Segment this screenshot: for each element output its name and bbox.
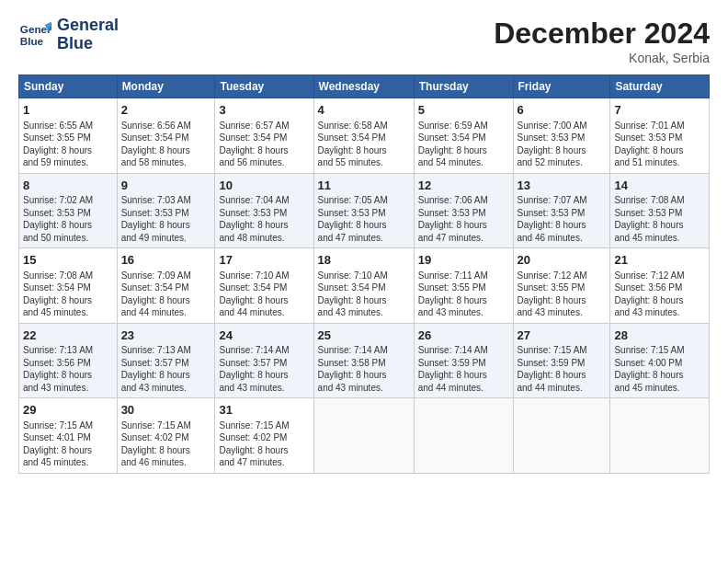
day-info: Sunrise: 6:59 AMSunset: 3:54 PMDaylight:…	[418, 121, 488, 168]
title-block: December 2024 Konak, Serbia	[494, 17, 710, 65]
day-cell: 22Sunrise: 7:13 AMSunset: 3:56 PMDayligh…	[19, 323, 118, 398]
day-info: Sunrise: 7:13 AMSunset: 3:56 PMDaylight:…	[23, 345, 93, 393]
day-number: 10	[219, 178, 309, 194]
day-cell: 28Sunrise: 7:15 AMSunset: 4:00 PMDayligh…	[610, 323, 710, 398]
day-number: 30	[121, 402, 211, 419]
day-cell: 31Sunrise: 7:15 AMSunset: 4:02 PMDayligh…	[215, 398, 313, 474]
day-number: 15	[23, 252, 113, 269]
day-cell	[313, 398, 414, 474]
month-title: December 2024	[494, 17, 710, 51]
calendar-table: SundayMondayTuesdayWednesdayThursdayFrid…	[18, 75, 710, 474]
day-number: 9	[121, 178, 211, 194]
week-row-4: 22Sunrise: 7:13 AMSunset: 3:56 PMDayligh…	[19, 323, 710, 398]
day-info: Sunrise: 7:06 AMSunset: 3:53 PMDaylight:…	[418, 195, 488, 243]
week-row-5: 29Sunrise: 7:15 AMSunset: 4:01 PMDayligh…	[19, 398, 710, 474]
day-number: 5	[418, 102, 509, 119]
day-number: 29	[23, 402, 113, 419]
day-info: Sunrise: 6:55 AMSunset: 3:55 PMDaylight:…	[23, 121, 93, 168]
day-info: Sunrise: 7:12 AMSunset: 3:55 PMDaylight:…	[518, 270, 587, 318]
day-cell: 23Sunrise: 7:13 AMSunset: 3:57 PMDayligh…	[117, 323, 215, 398]
day-number: 17	[219, 252, 309, 269]
logo-icon: General Blue	[18, 18, 51, 52]
day-cell: 6Sunrise: 7:00 AMSunset: 3:53 PMDaylight…	[513, 98, 610, 174]
day-cell: 10Sunrise: 7:04 AMSunset: 3:53 PMDayligh…	[215, 173, 313, 248]
day-cell: 2Sunrise: 6:56 AMSunset: 3:54 PMDaylight…	[117, 98, 215, 174]
day-cell: 1Sunrise: 6:55 AMSunset: 3:55 PMDaylight…	[19, 98, 118, 174]
weekday-header-saturday: Saturday	[610, 75, 710, 98]
day-cell: 21Sunrise: 7:12 AMSunset: 3:56 PMDayligh…	[610, 248, 710, 324]
day-cell: 16Sunrise: 7:09 AMSunset: 3:54 PMDayligh…	[117, 248, 215, 324]
day-info: Sunrise: 6:57 AMSunset: 3:54 PMDaylight:…	[219, 121, 289, 168]
day-number: 25	[318, 327, 410, 344]
day-cell: 4Sunrise: 6:58 AMSunset: 3:54 PMDaylight…	[313, 98, 414, 174]
weekday-header-monday: Monday	[117, 75, 215, 98]
day-cell: 19Sunrise: 7:11 AMSunset: 3:55 PMDayligh…	[414, 248, 513, 324]
page: General Blue General Blue December 2024 …	[0, 0, 728, 483]
day-number: 21	[614, 252, 705, 269]
day-cell: 14Sunrise: 7:08 AMSunset: 3:53 PMDayligh…	[610, 173, 710, 248]
day-number: 28	[614, 327, 705, 344]
day-number: 13	[518, 178, 607, 194]
day-number: 24	[219, 327, 309, 344]
location: Konak, Serbia	[494, 51, 710, 65]
day-info: Sunrise: 7:15 AMSunset: 4:02 PMDaylight:…	[219, 420, 289, 468]
day-info: Sunrise: 7:05 AMSunset: 3:53 PMDaylight:…	[318, 195, 388, 243]
day-cell: 24Sunrise: 7:14 AMSunset: 3:57 PMDayligh…	[215, 323, 313, 398]
day-info: Sunrise: 7:14 AMSunset: 3:58 PMDaylight:…	[318, 345, 388, 393]
week-row-2: 8Sunrise: 7:02 AMSunset: 3:53 PMDaylight…	[19, 173, 710, 248]
day-number: 11	[318, 178, 410, 194]
logo-text: General Blue	[57, 17, 119, 53]
day-cell: 5Sunrise: 6:59 AMSunset: 3:54 PMDaylight…	[414, 98, 513, 174]
day-info: Sunrise: 6:56 AMSunset: 3:54 PMDaylight:…	[121, 121, 191, 168]
day-cell: 17Sunrise: 7:10 AMSunset: 3:54 PMDayligh…	[215, 248, 313, 324]
day-info: Sunrise: 7:01 AMSunset: 3:53 PMDaylight:…	[614, 121, 684, 168]
day-number: 16	[121, 252, 211, 269]
day-info: Sunrise: 7:15 AMSunset: 3:59 PMDaylight:…	[518, 345, 587, 393]
header: General Blue General Blue December 2024 …	[18, 17, 710, 65]
day-number: 7	[614, 102, 705, 119]
day-cell: 26Sunrise: 7:14 AMSunset: 3:59 PMDayligh…	[414, 323, 513, 398]
day-info: Sunrise: 7:08 AMSunset: 3:53 PMDaylight:…	[614, 195, 684, 243]
day-cell: 27Sunrise: 7:15 AMSunset: 3:59 PMDayligh…	[513, 323, 610, 398]
day-cell	[513, 398, 610, 474]
day-info: Sunrise: 7:12 AMSunset: 3:56 PMDaylight:…	[614, 270, 684, 318]
day-cell: 3Sunrise: 6:57 AMSunset: 3:54 PMDaylight…	[215, 98, 313, 174]
day-number: 27	[518, 327, 607, 344]
day-number: 31	[219, 402, 309, 419]
day-number: 1	[23, 102, 113, 119]
day-cell	[610, 398, 710, 474]
day-info: Sunrise: 7:04 AMSunset: 3:53 PMDaylight:…	[219, 195, 289, 243]
weekday-header-sunday: Sunday	[19, 75, 118, 98]
day-number: 14	[614, 178, 705, 194]
day-info: Sunrise: 7:09 AMSunset: 3:54 PMDaylight:…	[121, 270, 191, 318]
day-cell: 11Sunrise: 7:05 AMSunset: 3:53 PMDayligh…	[313, 173, 414, 248]
day-info: Sunrise: 7:15 AMSunset: 4:02 PMDaylight:…	[121, 420, 191, 468]
day-info: Sunrise: 7:15 AMSunset: 4:00 PMDaylight:…	[614, 345, 684, 393]
weekday-header-friday: Friday	[513, 75, 610, 98]
day-cell: 12Sunrise: 7:06 AMSunset: 3:53 PMDayligh…	[414, 173, 513, 248]
weekday-header-tuesday: Tuesday	[215, 75, 313, 98]
day-info: Sunrise: 7:08 AMSunset: 3:54 PMDaylight:…	[23, 270, 93, 318]
day-number: 2	[121, 102, 211, 119]
day-number: 26	[418, 327, 509, 344]
day-info: Sunrise: 7:07 AMSunset: 3:53 PMDaylight:…	[518, 195, 587, 243]
day-number: 8	[23, 178, 113, 194]
day-cell: 30Sunrise: 7:15 AMSunset: 4:02 PMDayligh…	[117, 398, 215, 474]
day-info: Sunrise: 7:13 AMSunset: 3:57 PMDaylight:…	[121, 345, 191, 393]
logo: General Blue General Blue	[18, 17, 119, 53]
day-cell	[414, 398, 513, 474]
day-number: 12	[418, 178, 509, 194]
week-row-1: 1Sunrise: 6:55 AMSunset: 3:55 PMDaylight…	[19, 98, 710, 174]
weekday-header-row: SundayMondayTuesdayWednesdayThursdayFrid…	[19, 75, 710, 98]
day-info: Sunrise: 7:11 AMSunset: 3:55 PMDaylight:…	[418, 270, 488, 318]
day-number: 4	[318, 102, 410, 119]
week-row-3: 15Sunrise: 7:08 AMSunset: 3:54 PMDayligh…	[19, 248, 710, 324]
day-cell: 29Sunrise: 7:15 AMSunset: 4:01 PMDayligh…	[19, 398, 118, 474]
day-number: 20	[518, 252, 607, 269]
logo-line2: Blue	[57, 34, 93, 52]
day-info: Sunrise: 7:14 AMSunset: 3:59 PMDaylight:…	[418, 345, 488, 393]
day-cell: 20Sunrise: 7:12 AMSunset: 3:55 PMDayligh…	[513, 248, 610, 324]
day-info: Sunrise: 7:03 AMSunset: 3:53 PMDaylight:…	[121, 195, 191, 243]
day-number: 6	[518, 102, 607, 119]
day-info: Sunrise: 7:14 AMSunset: 3:57 PMDaylight:…	[219, 345, 289, 393]
